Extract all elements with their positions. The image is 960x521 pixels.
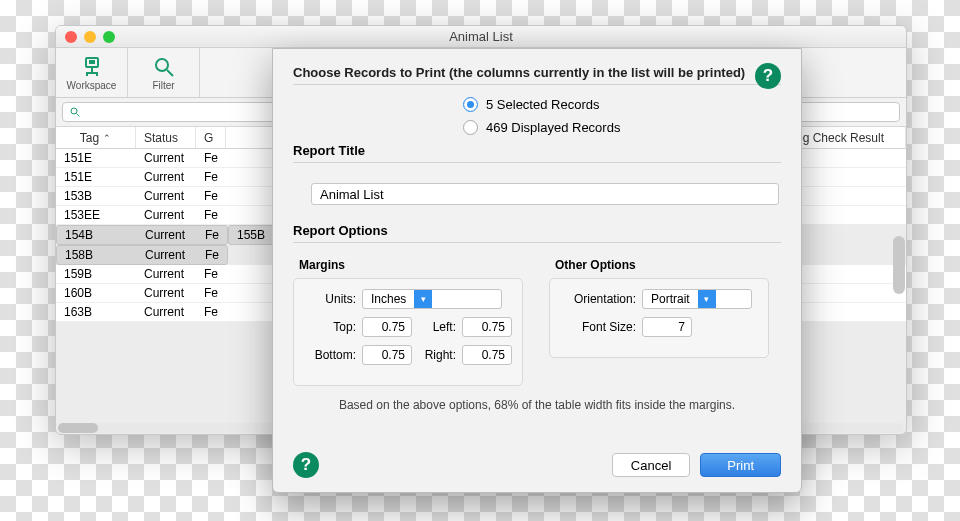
left-label: Left: <box>422 320 456 334</box>
other-legend: Other Options <box>551 258 640 272</box>
print-sheet: ? Choose Records to Print (the columns c… <box>272 48 802 493</box>
search-icon <box>69 106 81 118</box>
svg-rect-1 <box>89 60 95 64</box>
units-select[interactable]: Inches▾ <box>362 289 502 309</box>
sort-asc-icon: ⌃ <box>103 133 111 143</box>
col-status[interactable]: Status <box>136 127 196 148</box>
workspace-button[interactable]: Workspace <box>56 48 128 97</box>
units-label: Units: <box>308 292 356 306</box>
report-options-label: Report Options <box>293 223 781 238</box>
svg-line-9 <box>77 114 80 117</box>
fontsize-label: Font Size: <box>564 320 636 334</box>
report-title-input[interactable] <box>311 183 779 205</box>
col-g[interactable]: G <box>196 127 226 148</box>
other-options-group: Orientation: Portrait▾ Font Size: <box>549 278 769 358</box>
radio-selected-records[interactable]: 5 Selected Records <box>463 97 781 112</box>
fontsize-input[interactable] <box>642 317 692 337</box>
margin-bottom-input[interactable] <box>362 345 412 365</box>
radio-selected-label: 5 Selected Records <box>486 97 599 112</box>
orientation-label: Orientation: <box>564 292 636 306</box>
orientation-select[interactable]: Portrait▾ <box>642 289 752 309</box>
filter-button[interactable]: Filter <box>128 48 200 97</box>
report-title-label: Report Title <box>293 143 781 158</box>
svg-point-8 <box>71 108 77 114</box>
radio-on-icon <box>463 97 478 112</box>
right-label: Right: <box>422 348 456 362</box>
margins-legend: Margins <box>295 258 349 272</box>
radio-off-icon <box>463 120 478 135</box>
workspace-label: Workspace <box>67 80 117 91</box>
table-row[interactable]: 154BCurrentFe <box>56 225 228 245</box>
help-button-bottom[interactable]: ? <box>293 452 319 478</box>
radio-displayed-records[interactable]: 469 Displayed Records <box>463 120 781 135</box>
fit-hint: Based on the above options, 68% of the t… <box>293 398 781 412</box>
col-tag[interactable]: Tag⌃ <box>56 127 136 148</box>
top-label: Top: <box>308 320 356 334</box>
vertical-scrollbar[interactable] <box>893 236 905 294</box>
chevron-updown-icon: ▾ <box>414 290 432 308</box>
sheet-heading: Choose Records to Print (the columns cur… <box>293 65 781 80</box>
margin-right-input[interactable] <box>462 345 512 365</box>
magnifier-icon <box>152 55 176 79</box>
cancel-button[interactable]: Cancel <box>612 453 690 477</box>
margin-left-input[interactable] <box>462 317 512 337</box>
titlebar: Animal List <box>56 26 906 48</box>
margin-top-input[interactable] <box>362 317 412 337</box>
window-title: Animal List <box>56 29 906 44</box>
help-button-top[interactable]: ? <box>755 63 781 89</box>
filter-label: Filter <box>152 80 174 91</box>
table-row[interactable]: 158BCurrentFe <box>56 245 228 265</box>
workspace-icon <box>80 55 104 79</box>
chevron-updown-icon: ▾ <box>698 290 716 308</box>
print-button[interactable]: Print <box>700 453 781 477</box>
margins-group: Units: Inches▾ Top: Left: Bottom: Right: <box>293 278 523 386</box>
radio-displayed-label: 469 Displayed Records <box>486 120 620 135</box>
svg-point-6 <box>156 59 168 71</box>
svg-line-7 <box>167 70 173 76</box>
bottom-label: Bottom: <box>308 348 356 362</box>
